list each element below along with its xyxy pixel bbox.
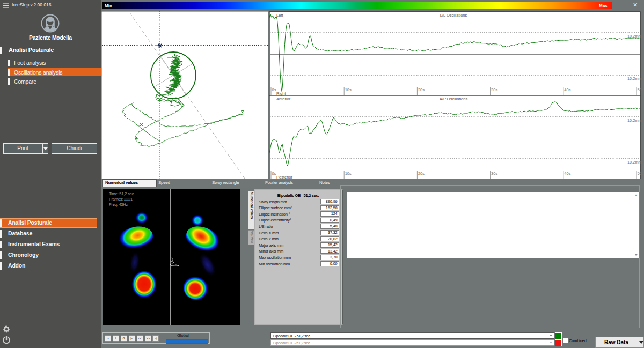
svg-text:Time: 51,2 sec: Time: 51,2 sec xyxy=(109,191,134,196)
svg-text:10,2mm: 10,2mm xyxy=(627,76,642,81)
svg-text:Right: Right xyxy=(276,91,286,96)
svg-text:Anterior: Anterior xyxy=(276,97,291,101)
svg-text:40s: 40s xyxy=(564,87,570,92)
svg-text:0s: 0s xyxy=(272,171,276,176)
svg-text:10,2mm: 10,2mm xyxy=(627,160,642,165)
svg-text:20s: 20s xyxy=(418,171,425,176)
svg-text:L/L Oscillations: L/L Oscillations xyxy=(440,13,467,18)
svg-text:0s: 0s xyxy=(272,87,276,92)
svg-text:50s: 50s xyxy=(638,87,644,92)
svg-text:20s: 20s xyxy=(418,87,425,92)
svg-text:30s: 30s xyxy=(491,171,497,176)
svg-text:A/P Oscillations: A/P Oscillations xyxy=(440,97,468,101)
svg-text:Frames: 2221: Frames: 2221 xyxy=(109,197,133,202)
svg-text:Freq: 43Hz: Freq: 43Hz xyxy=(109,202,128,207)
svg-text:30s: 30s xyxy=(491,87,497,92)
svg-text:50s: 50s xyxy=(638,171,644,176)
svg-text:10,2mm: 10,2mm xyxy=(627,118,642,123)
svg-text:10s: 10s xyxy=(345,171,352,176)
svg-text:40s: 40s xyxy=(564,171,570,176)
svg-text:Left: Left xyxy=(276,13,283,18)
svg-text:10s: 10s xyxy=(345,87,352,92)
